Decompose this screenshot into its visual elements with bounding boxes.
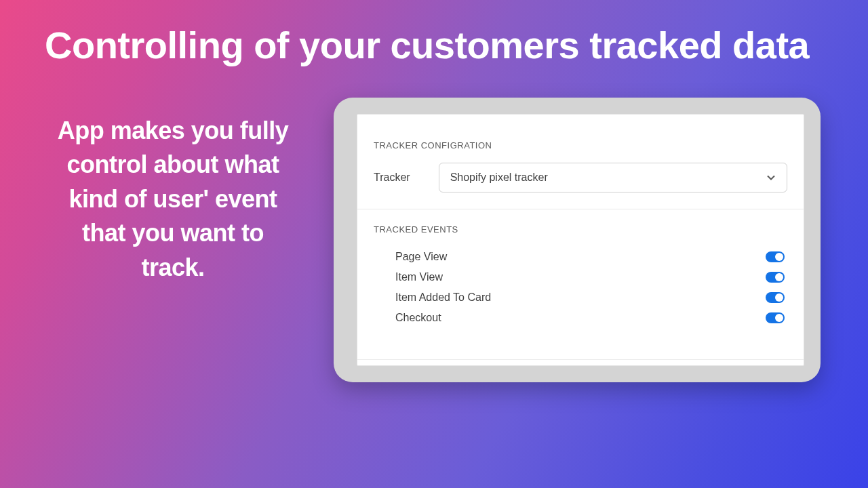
event-row-item-added: Item Added To Card bbox=[395, 287, 787, 308]
events-list: Page View Item View Item Added To Card C… bbox=[374, 247, 787, 328]
tracker-row: Tracker Shopify pixel tracker bbox=[374, 163, 787, 192]
chevron-down-icon bbox=[766, 173, 776, 182]
toggle-page-view[interactable] bbox=[766, 251, 785, 262]
tracker-select[interactable]: Shopify pixel tracker bbox=[439, 163, 787, 192]
page-subtext: App makes you fully control about what k… bbox=[47, 114, 298, 285]
event-row-item-view: Item View bbox=[395, 267, 787, 287]
tracker-config-heading: TRACKER CONFIGRATION bbox=[374, 140, 787, 150]
toggle-item-added[interactable] bbox=[766, 292, 785, 303]
tracked-events-heading: TRACKED EVENTS bbox=[374, 224, 787, 235]
section-divider bbox=[357, 209, 804, 209]
event-label: Item View bbox=[395, 271, 443, 283]
settings-panel: TRACKER CONFIGRATION Tracker Shopify pix… bbox=[357, 114, 804, 366]
page-headline: Controlling of your customers tracked da… bbox=[45, 26, 809, 66]
toggle-checkout[interactable] bbox=[766, 312, 785, 323]
event-label: Item Added To Card bbox=[395, 291, 491, 304]
bottom-divider bbox=[357, 359, 804, 360]
event-row-checkout: Checkout bbox=[395, 308, 787, 328]
event-label: Page View bbox=[395, 251, 447, 263]
event-label: Checkout bbox=[395, 312, 441, 324]
toggle-item-view[interactable] bbox=[766, 272, 785, 283]
tracker-select-value: Shopify pixel tracker bbox=[450, 171, 548, 184]
tracker-field-label: Tracker bbox=[374, 171, 410, 184]
event-row-page-view: Page View bbox=[395, 247, 787, 267]
device-frame: TRACKER CONFIGRATION Tracker Shopify pix… bbox=[334, 98, 821, 382]
